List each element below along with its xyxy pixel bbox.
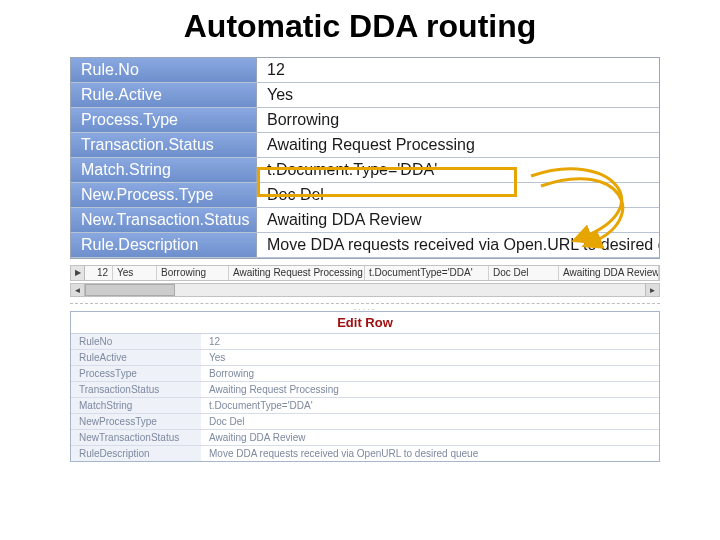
scroll-right-icon[interactable]: ► — [645, 284, 659, 296]
edit-label: RuleNo — [71, 334, 201, 349]
table-row: Transaction.Status Awaiting Request Proc… — [71, 133, 659, 158]
row-value: Awaiting Request Processing — [257, 133, 659, 157]
table-row: New.Transaction.Status Awaiting DDA Revi… — [71, 208, 659, 233]
rule-grid: ▶ 12 Yes Borrowing Awaiting Request Proc… — [70, 265, 660, 297]
edit-value[interactable]: Borrowing — [201, 366, 659, 381]
table-row: New.Process.Type Doc Del — [71, 183, 659, 208]
edit-field-row: NewProcessType Doc Del — [71, 414, 659, 430]
row-label: Process.Type — [71, 108, 257, 132]
edit-field-row: NewTransactionStatus Awaiting DDA Review — [71, 430, 659, 446]
row-label: Match.String — [71, 158, 257, 182]
grid-cell: Awaiting Request Processing — [229, 266, 365, 280]
grid-cell: Borrowing — [157, 266, 229, 280]
row-label: Rule.No — [71, 58, 257, 82]
horizontal-scrollbar[interactable]: ◄ ► — [70, 283, 660, 297]
row-label: New.Process.Type — [71, 183, 257, 207]
edit-value[interactable]: Doc Del — [201, 414, 659, 429]
edit-field-row: ProcessType Borrowing — [71, 366, 659, 382]
edit-field-row: MatchString t.DocumentType='DDA' — [71, 398, 659, 414]
row-value: Doc Del — [257, 183, 659, 207]
table-row: Match.String t.Document.Type='DDA' — [71, 158, 659, 183]
edit-label: TransactionStatus — [71, 382, 201, 397]
edit-value[interactable]: t.DocumentType='DDA' — [201, 398, 659, 413]
edit-row-panel: Edit Row RuleNo 12 RuleActive Yes Proces… — [70, 311, 660, 462]
edit-field-row: RuleNo 12 — [71, 334, 659, 350]
splitter-handle[interactable]: ····· — [70, 303, 660, 309]
edit-row-header: Edit Row — [71, 312, 659, 334]
edit-field-row: TransactionStatus Awaiting Request Proce… — [71, 382, 659, 398]
row-value: Yes — [257, 83, 659, 107]
row-label: Rule.Active — [71, 83, 257, 107]
scroll-track[interactable] — [85, 284, 645, 296]
rule-detail-table: Rule.No 12 Rule.Active Yes Process.Type … — [70, 57, 660, 259]
edit-label: RuleActive — [71, 350, 201, 365]
row-label: Transaction.Status — [71, 133, 257, 157]
table-row: Rule.No 12 — [71, 58, 659, 83]
grid-cell: Doc Del — [489, 266, 559, 280]
edit-label: RuleDescription — [71, 446, 201, 461]
row-value: Awaiting DDA Review — [257, 208, 659, 232]
edit-field-row: RuleDescription Move DDA requests receiv… — [71, 446, 659, 461]
row-label: New.Transaction.Status — [71, 208, 257, 232]
page-title: Automatic DDA routing — [0, 8, 720, 45]
table-row: Process.Type Borrowing — [71, 108, 659, 133]
edit-value[interactable]: 12 — [201, 334, 659, 349]
grid-cell: Awaiting DDA Review — [559, 266, 659, 280]
edit-label: NewTransactionStatus — [71, 430, 201, 445]
edit-value[interactable]: Move DDA requests received via OpenURL t… — [201, 446, 659, 461]
row-label: Rule.Description — [71, 233, 257, 257]
scroll-left-icon[interactable]: ◄ — [71, 284, 85, 296]
grid-cell: Yes — [113, 266, 157, 280]
edit-label: MatchString — [71, 398, 201, 413]
edit-label: NewProcessType — [71, 414, 201, 429]
edit-value[interactable]: Yes — [201, 350, 659, 365]
row-selector-icon[interactable]: ▶ — [71, 266, 85, 280]
table-row: Rule.Active Yes — [71, 83, 659, 108]
table-row: Rule.Description Move DDA requests recei… — [71, 233, 659, 258]
edit-value[interactable]: Awaiting Request Processing — [201, 382, 659, 397]
edit-field-row: RuleActive Yes — [71, 350, 659, 366]
grid-data-row[interactable]: ▶ 12 Yes Borrowing Awaiting Request Proc… — [70, 265, 660, 281]
edit-value[interactable]: Awaiting DDA Review — [201, 430, 659, 445]
row-value: Borrowing — [257, 108, 659, 132]
row-value: Move DDA requests received via Open.URL … — [257, 233, 659, 257]
edit-label: ProcessType — [71, 366, 201, 381]
scroll-thumb[interactable] — [85, 284, 175, 296]
row-value: 12 — [257, 58, 659, 82]
grid-cell: 12 — [85, 266, 113, 280]
grid-cell: t.DocumentType='DDA' — [365, 266, 489, 280]
row-value: t.Document.Type='DDA' — [257, 158, 659, 182]
